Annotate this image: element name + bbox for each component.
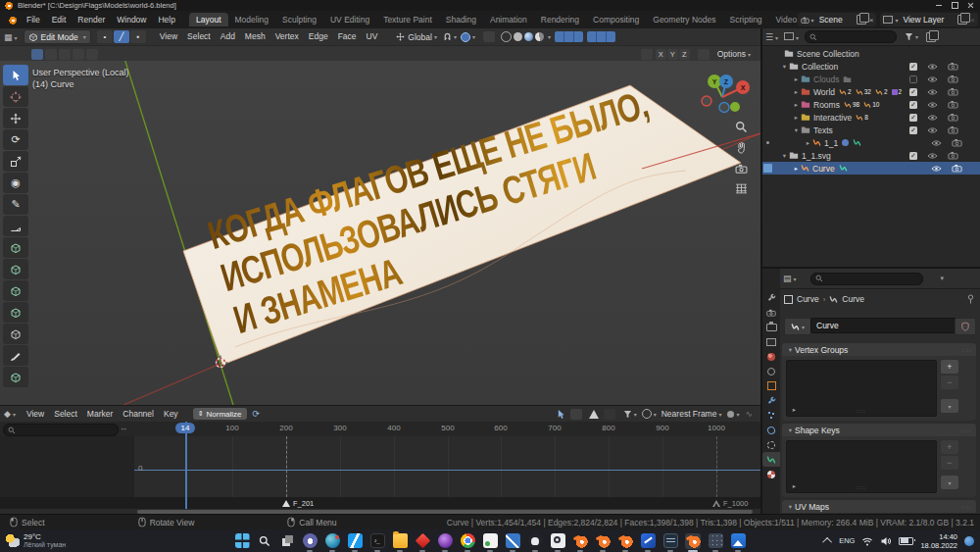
section-vertex-groups[interactable]: ▾ Vertex Groups :::: — [782, 343, 976, 356]
workspace-tab-modeling[interactable]: Modeling — [228, 13, 276, 26]
viewport-menu-uv[interactable]: UV — [362, 28, 383, 45]
tool-scale[interactable] — [3, 151, 28, 172]
workspace-tab-rendering[interactable]: Rendering — [534, 13, 586, 26]
properties-search-input[interactable] — [810, 273, 923, 285]
eye-icon[interactable] — [927, 88, 938, 96]
checkbox-checked[interactable]: ✓ — [909, 63, 917, 71]
proportional-edit-button[interactable]: ▾ — [642, 409, 657, 419]
new-view-layer-icon[interactable] — [957, 15, 967, 25]
tool-inset-faces[interactable] — [3, 280, 28, 301]
notification-icon[interactable] — [964, 536, 974, 546]
mirror-z-button[interactable]: Z — [679, 49, 690, 60]
camera-icon[interactable] — [948, 100, 958, 109]
drag-grip-icon[interactable]: :::: — [961, 347, 972, 353]
workspace-tab-texture-paint[interactable]: Texture Paint — [376, 13, 439, 26]
outliner-search-input[interactable] — [805, 30, 897, 43]
tab-modifiers[interactable] — [762, 393, 780, 408]
material-shading-icon[interactable] — [524, 32, 533, 41]
viewport-menu-mesh[interactable]: Mesh — [240, 28, 270, 45]
fake-user-shield-button[interactable] — [955, 318, 976, 335]
channel-region[interactable] — [0, 436, 135, 497]
ghost-icon[interactable] — [604, 409, 615, 420]
timeline-ruler[interactable]: ↔ 100 200 300 400 500 600 700 800 900 10… — [0, 422, 760, 437]
tab-view-layer[interactable] — [762, 334, 780, 349]
pivot-point-button[interactable] — [483, 31, 495, 42]
expand-right-icon[interactable]: ▸ — [792, 75, 801, 83]
tab-particles[interactable] — [762, 408, 780, 423]
checkbox-checked[interactable]: ✓ — [909, 126, 917, 134]
scene-selector[interactable]: ▾ Scene × — [798, 13, 877, 26]
camera-icon[interactable] — [948, 151, 958, 160]
remove-vertex-group-button[interactable]: − — [941, 376, 958, 389]
select-intersect-icon[interactable] — [86, 49, 98, 60]
tool-add-cube[interactable] — [3, 237, 28, 258]
select-subtract-icon[interactable] — [73, 49, 84, 60]
channel-search-input[interactable] — [3, 424, 119, 436]
dopesheet-menu-view[interactable]: View — [22, 406, 49, 423]
marker-region[interactable]: F_201 F_1000 — [0, 497, 760, 509]
camera-icon[interactable] — [948, 62, 958, 71]
tweak-cursor-icon[interactable] — [557, 409, 565, 420]
eye-icon[interactable] — [927, 101, 938, 109]
resize-grip-icon[interactable]: :::: — [856, 408, 866, 414]
taskbar-icon-app-key[interactable] — [505, 533, 520, 549]
tool-select-box[interactable] — [3, 65, 28, 85]
taskbar-icon-blender-3[interactable] — [617, 533, 633, 549]
new-collection-icon[interactable] — [926, 32, 936, 42]
wifi-icon[interactable] — [861, 536, 873, 546]
chevron-down-icon[interactable]: ▾ — [941, 275, 945, 282]
camera-icon[interactable] — [948, 87, 958, 96]
outliner-filter-button[interactable]: ▾ — [905, 32, 918, 41]
eye-icon[interactable] — [927, 114, 938, 122]
taskbar-icon-search[interactable] — [257, 533, 272, 549]
breadcrumb-data[interactable]: Curve — [842, 294, 864, 304]
current-frame-badge[interactable]: 14 — [175, 423, 195, 433]
tool-transform[interactable]: ◉ — [3, 173, 28, 193]
dopesheet-menu-select[interactable]: Select — [49, 406, 82, 423]
taskbar-icon-app-notes[interactable] — [482, 533, 498, 549]
close-icon[interactable]: × — [869, 16, 874, 25]
tab-render[interactable] — [762, 305, 780, 320]
taskbar-icon-terminal-dark[interactable] — [662, 533, 678, 549]
battery-icon[interactable] — [899, 537, 913, 545]
show-gizmo-toggles[interactable] — [555, 31, 583, 42]
camera-view-icon[interactable] — [734, 161, 749, 176]
viewport-menu-face[interactable]: Face — [333, 28, 362, 45]
vertex-select-button[interactable]: • — [97, 30, 113, 43]
workspace-tab-sculpting[interactable]: Sculpting — [275, 13, 323, 26]
playhead[interactable] — [185, 422, 187, 509]
shape-keys-list[interactable]: ▸ :::: — [786, 440, 937, 493]
tool-measure[interactable] — [3, 216, 28, 236]
camera-icon[interactable] — [948, 75, 958, 83]
pan-hand-icon[interactable] — [734, 140, 749, 155]
blender-menu-icon[interactable] — [8, 16, 17, 25]
checkbox-checked[interactable]: ✓ — [909, 152, 917, 160]
tweak-option-icon[interactable] — [31, 49, 43, 60]
menu-file[interactable]: File — [21, 11, 46, 28]
drag-grip-icon[interactable]: :::: — [961, 504, 972, 510]
datablock-name-field[interactable]: Curve — [810, 318, 959, 333]
tab-material[interactable] — [762, 467, 780, 481]
eye-icon[interactable] — [927, 152, 938, 160]
taskbar-icon-task-view[interactable] — [279, 533, 295, 549]
show-overlays-toggles[interactable] — [587, 31, 615, 42]
zoom-icon[interactable] — [734, 120, 749, 134]
tab-physics[interactable] — [762, 423, 780, 437]
taskbar-icon-file-explorer[interactable] — [392, 533, 408, 549]
editor-type-3d-icon[interactable]: ▦▾ — [4, 32, 18, 42]
tool-knife[interactable] — [3, 345, 28, 366]
normalize-toggle[interactable]: ⇕ Normalize — [193, 408, 247, 420]
checkbox-checked[interactable]: ✓ — [909, 114, 917, 122]
face-select-button[interactable]: ▪ — [130, 30, 146, 43]
taskbar-icon-vscode[interactable] — [347, 533, 363, 549]
tab-world[interactable] — [762, 349, 780, 364]
marker-triangle-selected[interactable] — [282, 500, 290, 507]
taskbar-icon-calculator[interactable] — [708, 533, 723, 549]
refresh-icon[interactable]: ⟳ — [253, 409, 261, 419]
section-uv-maps[interactable]: ▾ UV Maps :::: — [782, 500, 976, 513]
expand-channels-icon[interactable]: ↔ — [120, 424, 127, 432]
expand-right-icon[interactable]: ▸ — [790, 482, 799, 490]
dopesheet-filter-button[interactable]: ▾ — [623, 410, 637, 419]
edge-select-button[interactable]: ╱ — [114, 30, 129, 43]
viewport-menu-vertex[interactable]: Vertex — [270, 28, 304, 45]
